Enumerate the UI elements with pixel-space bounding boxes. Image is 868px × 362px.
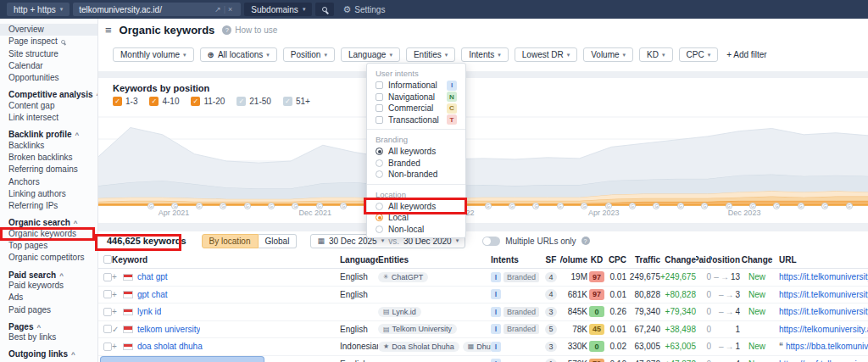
sidebar-item-paid-keywords[interactable]: Paid keywords (0, 280, 97, 292)
url-link[interactable]: https://telkomuniversity.ac.id/ (779, 325, 868, 334)
filter-button-language[interactable]: Language▾ (341, 47, 400, 62)
dropdown-option-transactional[interactable]: TransactionalT (367, 114, 465, 126)
keyword-link[interactable]: lynk id (137, 307, 161, 316)
sidebar-item-linking-authors[interactable]: Linking authors (0, 188, 97, 200)
google-update-icon[interactable]: G (485, 203, 492, 209)
dropdown-option-informational[interactable]: InformationalI (367, 80, 465, 92)
sidebar-item-page-inspect[interactable]: Page inspect (0, 36, 97, 47)
filter-button-volume[interactable]: Volume▾ (583, 47, 633, 62)
filter-button-intents[interactable]: Intents▾ (461, 47, 509, 62)
multiple-urls-toggle[interactable] (482, 237, 500, 246)
keyword-link[interactable]: telkom university (137, 325, 200, 334)
sidebar-item-overview[interactable]: Overview (0, 24, 97, 36)
radio[interactable] (376, 203, 383, 210)
sidebar-section-competitive-analysis[interactable]: Competitive analysis^ (0, 84, 97, 99)
filter-button-kd[interactable]: KD▾ (639, 47, 672, 62)
url-link[interactable]: https://it.telkomuniversity.ac.id (779, 290, 868, 299)
dropdown-option-non-local[interactable]: Non-local (367, 224, 465, 236)
legend-item-4-10[interactable]: ✓4-10 (149, 97, 179, 106)
filter-button-cpc[interactable]: CPC▾ (679, 47, 719, 62)
google-update-icon[interactable]: G (798, 203, 804, 209)
sidebar-item-ads[interactable]: Ads (0, 292, 97, 304)
row-checkbox[interactable] (103, 308, 112, 316)
clear-icon[interactable]: × (225, 5, 235, 14)
url-input[interactable]: telkomuniversity.ac.id/ ↗ | × (73, 3, 241, 16)
legend-checkbox[interactable]: ✓ (283, 97, 292, 106)
filter-button-position[interactable]: Position▾ (283, 47, 335, 62)
legend-checkbox[interactable]: ✓ (236, 97, 246, 106)
google-update-icon[interactable]: G (147, 203, 154, 209)
sidebar-item-referring-ips[interactable]: Referring IPs (0, 200, 97, 212)
how-to-use-link[interactable]: ? How to use (222, 25, 277, 35)
add-to-list-icon[interactable]: + (112, 272, 123, 281)
entity-pill[interactable]: ✳ChatGPT (378, 272, 428, 282)
row-checkbox[interactable] (103, 273, 112, 281)
google-update-icon[interactable]: G (509, 203, 515, 209)
google-update-icon[interactable]: G (749, 203, 756, 209)
column-header-traffic[interactable]: Traffic (626, 255, 660, 265)
column-header-sf[interactable]: SF (542, 255, 560, 265)
legend-item-21-50[interactable]: ✓21-50 (236, 97, 271, 106)
protocol-selector[interactable]: http + https ▾ (7, 3, 70, 16)
column-header-position-change[interactable]: Change (740, 255, 774, 265)
radio[interactable] (376, 159, 383, 167)
checkbox[interactable] (376, 81, 383, 89)
entity-pill[interactable]: ▦Dhuha (463, 342, 491, 352)
row-checkbox[interactable] (103, 343, 112, 351)
sidebar-item-top-pages[interactable]: Top pages (0, 240, 97, 252)
entity-pill[interactable]: ▤Telkom University (378, 324, 457, 334)
dropdown-option-non-branded[interactable]: Non-branded (367, 169, 465, 181)
sidebar-item-referring-domains[interactable]: Referring domains (0, 164, 97, 175)
url-link[interactable]: https://bba.telkomuniversity.a (786, 342, 868, 351)
column-header-kd[interactable]: KD (587, 255, 606, 265)
sidebar-item-opportunities[interactable]: Opportunities (0, 72, 97, 84)
column-header-intents[interactable]: Intents (491, 255, 542, 265)
google-update-icon[interactable]: G (726, 203, 732, 209)
legend-item-51+[interactable]: ✓51+ (283, 97, 310, 106)
sidebar-item-best-by-links[interactable]: Best by links (0, 331, 97, 343)
column-header-paid[interactable]: Paid (696, 255, 711, 265)
add-to-list-icon[interactable]: + (112, 342, 123, 351)
checkbox[interactable] (376, 93, 383, 101)
google-update-icon[interactable]: G (268, 203, 275, 209)
tracked-check-icon[interactable]: ✓ (112, 325, 123, 334)
select-all-checkbox[interactable] (103, 255, 112, 264)
sidebar-item-organic-keywords[interactable]: Organic keywords (0, 228, 97, 240)
filter-button-all-locations[interactable]: ⊕All locations▾ (200, 47, 277, 62)
global-button[interactable]: Global (259, 234, 298, 248)
legend-checkbox[interactable]: ✓ (113, 97, 122, 106)
sidebar-item-anchors[interactable]: Anchors (0, 176, 97, 188)
dropdown-option-navigational[interactable]: NavigationalN (367, 92, 465, 103)
dropdown-option-all-keywords[interactable]: All keywords (367, 146, 465, 158)
add-to-list-icon[interactable]: + (112, 290, 123, 299)
subdomains-selector[interactable]: Subdomains ▾ (244, 3, 312, 16)
checkbox[interactable] (376, 104, 383, 112)
legend-checkbox[interactable]: ✓ (191, 97, 200, 106)
add-to-list-icon[interactable]: + (112, 307, 123, 316)
url-link[interactable]: https://it.telkomuniversity.ac.id (779, 272, 868, 281)
legend-checkbox[interactable]: ✓ (149, 97, 159, 106)
sidebar-item-broken-backlinks[interactable]: Broken backlinks (0, 152, 97, 164)
google-update-icon[interactable]: G (557, 203, 564, 209)
filter-button-lowest-dr[interactable]: Lowest DR▾ (515, 47, 577, 62)
google-update-icon[interactable]: G (629, 203, 636, 209)
dropdown-option-local[interactable]: Local (367, 212, 465, 224)
column-header-volume[interactable]: Volume (560, 255, 587, 265)
sidebar-section-organic-search[interactable]: Organic search^ (0, 212, 97, 227)
column-header-cpc[interactable]: CPC (606, 255, 626, 265)
column-header-url[interactable]: URL (774, 255, 868, 265)
google-update-icon[interactable]: G (316, 203, 323, 209)
google-update-icon[interactable]: G (244, 203, 251, 209)
table-row[interactable]: +gpt chatEnglishI4681K970.0180,828+80,82… (98, 287, 868, 304)
entity-pill[interactable]: ★Doa Sholat Dhuha (378, 342, 459, 352)
entity-pill[interactable]: ▤Lynk.id (378, 307, 421, 317)
google-update-icon[interactable]: G (677, 203, 684, 209)
google-update-icon[interactable]: G (846, 203, 853, 209)
radio[interactable] (376, 148, 383, 155)
add-filter-button[interactable]: + Add filter (726, 50, 767, 59)
row-checkbox[interactable] (103, 290, 112, 298)
keywords-position-chart[interactable] (98, 110, 868, 210)
column-header-entities[interactable]: Entities (378, 255, 491, 265)
table-row[interactable]: ✓telkom universityEnglish▤Telkom Univers… (98, 321, 868, 339)
sidebar-section-backlink-profile[interactable]: Backlink profile^ (0, 124, 97, 139)
